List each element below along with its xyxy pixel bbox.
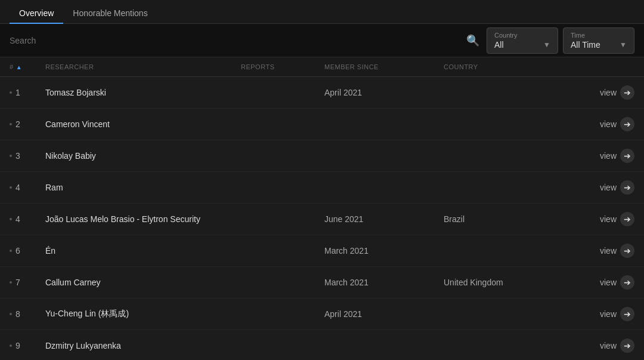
table-body: 1 Tomasz Bojarski April 2021 view ➔ 2 Ca… bbox=[0, 77, 644, 360]
researcher-name: Dzmitry Lukyanenka bbox=[45, 341, 241, 350]
arrow-icon: ➔ bbox=[620, 339, 634, 353]
time-filter-label: Time bbox=[571, 32, 627, 39]
view-label: view bbox=[600, 151, 617, 161]
rank-number: 4 bbox=[16, 183, 20, 192]
view-link[interactable]: view ➔ bbox=[575, 212, 634, 226]
member-since-val: April 2021 bbox=[324, 309, 444, 319]
rank-cell: 4 bbox=[10, 183, 45, 192]
rank-cell: 9 bbox=[10, 341, 45, 350]
rank-number: 6 bbox=[16, 246, 20, 256]
country-chevron-icon: ▼ bbox=[543, 41, 550, 49]
rank-number: 3 bbox=[16, 151, 20, 161]
view-link[interactable]: view ➔ bbox=[575, 244, 634, 258]
dot bbox=[10, 186, 12, 189]
rank-number: 1 bbox=[16, 88, 20, 97]
country-filter[interactable]: Country All ▼ bbox=[487, 27, 558, 54]
table-row[interactable]: 6 Én March 2021 view ➔ bbox=[0, 235, 644, 267]
col-researcher-header: Researcher bbox=[45, 63, 241, 70]
search-bar: 🔍 Country All ▼ Time All Time ▼ bbox=[0, 24, 644, 57]
dot bbox=[10, 281, 12, 284]
time-filter-value: All Time ▼ bbox=[571, 40, 627, 50]
country-filter-label: Country bbox=[494, 32, 550, 39]
rank-number: 2 bbox=[16, 119, 20, 129]
member-since-val: March 2021 bbox=[324, 278, 444, 287]
researcher-name: Tomasz Bojarski bbox=[45, 88, 241, 97]
dot bbox=[10, 250, 12, 252]
arrow-icon: ➔ bbox=[620, 244, 634, 258]
table-header: # ▲ Researcher Reports Member Since Coun… bbox=[0, 57, 644, 77]
rank-cell: 7 bbox=[10, 278, 45, 287]
time-filter[interactable]: Time All Time ▼ bbox=[563, 27, 634, 54]
researcher-name: Yu-Cheng Lin (林禹成) bbox=[45, 309, 241, 319]
rank-cell: 3 bbox=[10, 151, 45, 161]
view-label: view bbox=[600, 183, 617, 192]
view-label: view bbox=[600, 309, 617, 319]
rank-cell: 6 bbox=[10, 246, 45, 256]
table-row[interactable]: 8 Yu-Cheng Lin (林禹成) April 2021 view ➔ bbox=[0, 299, 644, 330]
country-val: Brazil bbox=[444, 214, 575, 224]
arrow-icon: ➔ bbox=[620, 117, 634, 131]
col-action-header bbox=[575, 63, 634, 70]
col-rank-header: # ▲ bbox=[10, 63, 45, 70]
view-link[interactable]: view ➔ bbox=[575, 180, 634, 195]
researcher-name: Ram bbox=[45, 183, 241, 192]
dot bbox=[10, 123, 12, 125]
dot bbox=[10, 313, 12, 315]
view-link[interactable]: view ➔ bbox=[575, 85, 634, 100]
time-chevron-icon: ▼ bbox=[620, 41, 627, 49]
table-row[interactable]: 2 Cameron Vincent view ➔ bbox=[0, 109, 644, 140]
view-link[interactable]: view ➔ bbox=[575, 339, 634, 353]
tab-overview[interactable]: Overview bbox=[10, 4, 63, 24]
rank-number: 8 bbox=[16, 309, 20, 319]
arrow-icon: ➔ bbox=[620, 212, 634, 226]
table-row[interactable]: 7 Callum Carney March 2021 United Kingdo… bbox=[0, 267, 644, 299]
researcher-name: Callum Carney bbox=[45, 278, 241, 287]
rank-cell: 1 bbox=[10, 88, 45, 97]
dot bbox=[10, 218, 12, 220]
view-link[interactable]: view ➔ bbox=[575, 307, 634, 321]
search-input[interactable] bbox=[10, 36, 454, 45]
rank-number: 9 bbox=[16, 341, 20, 350]
col-reports-header: Reports bbox=[241, 63, 324, 70]
researcher-name: Nikolay Babiy bbox=[45, 151, 241, 161]
tabs-bar: Overview Honorable Mentions bbox=[0, 0, 644, 24]
tab-honorable-mentions[interactable]: Honorable Mentions bbox=[63, 4, 157, 24]
view-label: view bbox=[600, 214, 617, 224]
rank-cell: 2 bbox=[10, 119, 45, 129]
member-since-val: April 2021 bbox=[324, 88, 444, 97]
researcher-name: João Lucas Melo Brasio - Elytron Securit… bbox=[45, 214, 241, 224]
table-row[interactable]: 4 Ram view ➔ bbox=[0, 172, 644, 204]
member-since-val: March 2021 bbox=[324, 246, 444, 256]
dot bbox=[10, 155, 12, 157]
rank-cell: 4 bbox=[10, 214, 45, 224]
dot bbox=[10, 344, 12, 347]
table-row[interactable]: 4 João Lucas Melo Brasio - Elytron Secur… bbox=[0, 204, 644, 235]
search-icon: 🔍 bbox=[466, 34, 479, 47]
view-label: view bbox=[600, 278, 617, 287]
sort-icon: ▲ bbox=[16, 64, 22, 70]
view-link[interactable]: view ➔ bbox=[575, 117, 634, 131]
view-link[interactable]: view ➔ bbox=[575, 275, 634, 290]
arrow-icon: ➔ bbox=[620, 275, 634, 290]
researcher-name: Cameron Vincent bbox=[45, 119, 241, 129]
table-row[interactable]: 1 Tomasz Bojarski April 2021 view ➔ bbox=[0, 77, 644, 109]
table-row[interactable]: 3 Nikolay Babiy view ➔ bbox=[0, 140, 644, 172]
member-since-val: June 2021 bbox=[324, 214, 444, 224]
search-input-wrap[interactable] bbox=[10, 36, 454, 45]
dot bbox=[10, 91, 12, 94]
researcher-name: Én bbox=[45, 246, 241, 256]
country-val: United Kingdom bbox=[444, 278, 575, 287]
arrow-icon: ➔ bbox=[620, 149, 634, 163]
rank-cell: 8 bbox=[10, 309, 45, 319]
arrow-icon: ➔ bbox=[620, 85, 634, 100]
view-label: view bbox=[600, 119, 617, 129]
rank-number: 7 bbox=[16, 278, 20, 287]
rank-number: 4 bbox=[16, 214, 20, 224]
country-filter-value: All ▼ bbox=[494, 40, 550, 50]
table-row[interactable]: 9 Dzmitry Lukyanenka view ➔ bbox=[0, 330, 644, 360]
view-label: view bbox=[600, 341, 617, 350]
filter-group: Country All ▼ Time All Time ▼ bbox=[487, 27, 634, 54]
view-link[interactable]: view ➔ bbox=[575, 149, 634, 163]
col-member-since-header: Member Since bbox=[324, 63, 444, 70]
view-label: view bbox=[600, 88, 617, 97]
